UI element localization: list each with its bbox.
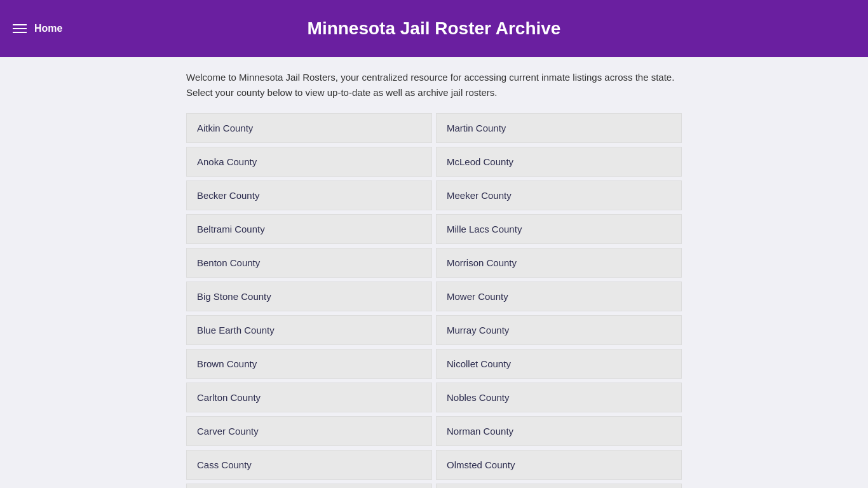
county-item[interactable]: Benton County (186, 248, 432, 278)
county-item[interactable]: Morrison County (436, 248, 682, 278)
county-item[interactable]: Chippewa County (186, 484, 432, 488)
county-item[interactable]: Aitkin County (186, 113, 432, 143)
county-item[interactable]: Anoka County (186, 147, 432, 177)
county-item[interactable]: Becker County (186, 180, 432, 210)
county-item[interactable]: Meeker County (436, 180, 682, 210)
county-item[interactable]: Otter Tail County (436, 484, 682, 488)
site-title: Minnesota Jail Roster Archive (308, 18, 561, 39)
left-column: Aitkin CountyAnoka CountyBecker CountyBe… (186, 113, 432, 488)
county-item[interactable]: Mower County (436, 281, 682, 311)
county-item[interactable]: McLeod County (436, 147, 682, 177)
county-item[interactable]: Nobles County (436, 383, 682, 412)
main-content: Welcome to Minnesota Jail Rosters, your … (173, 70, 695, 488)
nav-toggle-button[interactable] (13, 24, 27, 33)
header: Home Minnesota Jail Roster Archive (0, 0, 868, 57)
county-item[interactable]: Cass County (186, 450, 432, 480)
home-link[interactable]: Home (34, 23, 62, 34)
county-item[interactable]: Mille Lacs County (436, 214, 682, 244)
county-item[interactable]: Blue Earth County (186, 315, 432, 345)
welcome-text: Welcome to Minnesota Jail Rosters, your … (186, 70, 682, 100)
right-column: Martin CountyMcLeod CountyMeeker CountyM… (436, 113, 682, 488)
county-item[interactable]: Olmsted County (436, 450, 682, 480)
county-item[interactable]: Brown County (186, 349, 432, 379)
county-item[interactable]: Carver County (186, 416, 432, 446)
county-item[interactable]: Carlton County (186, 383, 432, 412)
county-grid: Aitkin CountyAnoka CountyBecker CountyBe… (186, 113, 682, 488)
county-item[interactable]: Martin County (436, 113, 682, 143)
county-item[interactable]: Norman County (436, 416, 682, 446)
county-item[interactable]: Nicollet County (436, 349, 682, 379)
county-item[interactable]: Murray County (436, 315, 682, 345)
county-item[interactable]: Big Stone County (186, 281, 432, 311)
county-item[interactable]: Beltrami County (186, 214, 432, 244)
